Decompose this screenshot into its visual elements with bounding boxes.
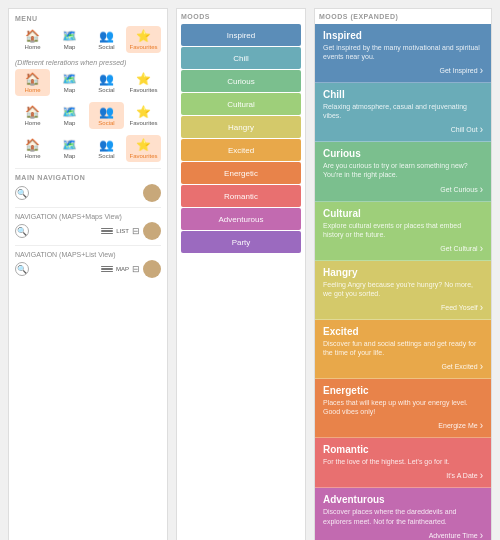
expanded-btn-hangry[interactable]: Feed Yoself — [323, 302, 483, 313]
favourites-icon-3: ⭐ — [136, 105, 151, 119]
avatar[interactable] — [143, 184, 161, 202]
expanded-title-romantic: Romantic — [323, 444, 483, 455]
expanded-btn-excited[interactable]: Get Excited — [323, 361, 483, 372]
expanded-title-curious: Curious — [323, 148, 483, 159]
main-nav-label: MAIN NAVIGATION — [15, 174, 161, 181]
sliders-icon: ⊟ — [132, 226, 140, 236]
nav-social-1[interactable]: 👥 Social — [89, 26, 124, 53]
nav-map-2[interactable]: 🗺️ Map — [52, 69, 87, 96]
moods-panel-label: MOODS — [181, 13, 301, 20]
expanded-desc-cultural: Explore cultural events or places that e… — [323, 221, 483, 239]
search-wrap: 🔍 — [15, 186, 143, 200]
list-label: LIST — [101, 227, 129, 235]
mood-bar-curious[interactable]: Curious — [181, 70, 301, 92]
nav-favourites-1[interactable]: ⭐ Favourites — [126, 26, 161, 53]
mood-bar-cultural[interactable]: Cultural — [181, 93, 301, 115]
expanded-item-adventurous: Adventurous Discover places where the da… — [315, 488, 491, 540]
search-icon-maps[interactable]: 🔍 — [15, 224, 29, 238]
expanded-desc-energetic: Places that will keep up with your energ… — [323, 398, 483, 416]
nav-social-2[interactable]: 👥 Social — [89, 69, 124, 96]
sliders-icon-2: ⊟ — [132, 264, 140, 274]
mood-bar-party[interactable]: Party — [181, 231, 301, 253]
menu-nav-grid-2: 🏠 Home 🗺️ Map 👥 Social ⭐ Favourites — [15, 69, 161, 96]
expanded-item-hangry: Hangry Feeling Angry because you're hung… — [315, 261, 491, 320]
expanded-title-adventurous: Adventurous — [323, 494, 483, 505]
mood-bar-romantic[interactable]: Romantic — [181, 185, 301, 207]
nav-home-3[interactable]: 🏠 Home — [15, 102, 50, 129]
moods-bars: InspiredChillCuriousCulturalHangryExcite… — [181, 24, 301, 253]
menu-panel-label: MENU — [15, 15, 161, 22]
expanded-title-chill: Chill — [323, 89, 483, 100]
divider-1 — [15, 168, 161, 169]
mood-bar-adventurous[interactable]: Adventurous — [181, 208, 301, 230]
nav-favourites-2[interactable]: ⭐ Favourites — [126, 69, 161, 96]
home-icon: 🏠 — [25, 29, 40, 43]
expanded-btn-cultural[interactable]: Get Cultural — [323, 243, 483, 254]
menu-nav-grid-1: 🏠 Home 🗺️ Map 👥 Social ⭐ Favourites — [15, 26, 161, 53]
expanded-desc-chill: Relaxing atmosphere, casual and rejuvena… — [323, 102, 483, 120]
expanded-item-chill: Chill Relaxing atmosphere, casual and re… — [315, 83, 491, 142]
moods-panel-inner: MOODS InspiredChillCuriousCulturalHangry… — [177, 9, 305, 258]
expanded-item-romantic: Romantic For the love of the highest. Le… — [315, 438, 491, 488]
expanded-title-cultural: Cultural — [323, 208, 483, 219]
map-icon: 🗺️ — [62, 29, 77, 43]
list-search-row: 🔍 MAP ⊟ — [15, 260, 161, 278]
expanded-btn-inspired[interactable]: Get Inspired — [323, 65, 483, 76]
expanded-btn-romantic[interactable]: It's A Date — [323, 470, 483, 481]
expanded-item-curious: Curious Are you curious to try or learn … — [315, 142, 491, 201]
nav-map-3[interactable]: 🗺️ Map — [52, 102, 87, 129]
mood-bar-hangry[interactable]: Hangry — [181, 116, 301, 138]
expanded-btn-curious[interactable]: Get Curious — [323, 184, 483, 195]
favourites-icon-2: ⭐ — [136, 72, 151, 86]
mood-bar-chill[interactable]: Chill — [181, 47, 301, 69]
expanded-desc-hangry: Feeling Angry because you're hungry? No … — [323, 280, 483, 298]
search-icon[interactable]: 🔍 — [15, 186, 29, 200]
home-icon-2: 🏠 — [25, 72, 40, 86]
map-lines-icon — [101, 265, 113, 273]
moods-expanded-items: Inspired Get inspired by the many motiva… — [315, 24, 491, 540]
avatar-maps[interactable] — [143, 222, 161, 240]
nav-home-1[interactable]: 🏠 Home — [15, 26, 50, 53]
expanded-title-inspired: Inspired — [323, 30, 483, 41]
social-icon-3: 👥 — [99, 105, 114, 119]
nav-home-2[interactable]: 🏠 Home — [15, 69, 50, 96]
list-nav-label: NAVIGATION (MAPS+List View) — [15, 251, 161, 258]
expanded-title-hangry: Hangry — [323, 267, 483, 278]
moods-panel: MOODS InspiredChillCuriousCulturalHangry… — [176, 8, 306, 540]
menu-nav-grid-4: 🏠 Home 🗺️ Map 👥 Social ⭐ Favourites — [15, 135, 161, 162]
nav-social-3[interactable]: 👥 Social — [89, 102, 124, 129]
expanded-title-energetic: Energetic — [323, 385, 483, 396]
expanded-desc-inspired: Get inspired by the many motivational an… — [323, 43, 483, 61]
social-icon-4: 👥 — [99, 138, 114, 152]
map-label: MAP — [101, 265, 129, 273]
map-text: MAP — [116, 266, 129, 272]
main-search-row: 🔍 — [15, 184, 161, 202]
nav-map-4[interactable]: 🗺️ Map — [52, 135, 87, 162]
maps-search-row: 🔍 LIST ⊟ — [15, 222, 161, 240]
expanded-btn-energetic[interactable]: Energize Me — [323, 420, 483, 431]
divider-2 — [15, 207, 161, 208]
maps-nav-label: NAVIGATION (MAPS+Maps View) — [15, 213, 161, 220]
avatar-list[interactable] — [143, 260, 161, 278]
menu-nav-grid-3: 🏠 Home 🗺️ Map 👥 Social ⭐ Favourites — [15, 102, 161, 129]
mood-bar-excited[interactable]: Excited — [181, 139, 301, 161]
home-icon-3: 🏠 — [25, 105, 40, 119]
expanded-item-energetic: Energetic Places that will keep up with … — [315, 379, 491, 438]
nav-map-1[interactable]: 🗺️ Map — [52, 26, 87, 53]
nav-favourites-4[interactable]: ⭐ Favourites — [126, 135, 161, 162]
nav-home-4[interactable]: 🏠 Home — [15, 135, 50, 162]
nav-favourites-3[interactable]: ⭐ Favourites — [126, 102, 161, 129]
menu-panel: MENU 🏠 Home 🗺️ Map 👥 Social ⭐ Favourites… — [8, 8, 168, 540]
nav-social-4[interactable]: 👥 Social — [89, 135, 124, 162]
expanded-btn-adventurous[interactable]: Adventure Time — [323, 530, 483, 540]
search-icon-list[interactable]: 🔍 — [15, 262, 29, 276]
expanded-desc-curious: Are you curious to try or learn somethin… — [323, 161, 483, 179]
expanded-btn-chill[interactable]: Chill Out — [323, 124, 483, 135]
list-text: LIST — [116, 228, 129, 234]
menu-section-note: (Different relerations when pressed) — [15, 59, 161, 66]
mood-bar-energetic[interactable]: Energetic — [181, 162, 301, 184]
map-icon-4: 🗺️ — [62, 138, 77, 152]
moods-expanded-label: MOODS (EXPANDED) — [315, 9, 491, 24]
mood-bar-inspired[interactable]: Inspired — [181, 24, 301, 46]
divider-3 — [15, 245, 161, 246]
